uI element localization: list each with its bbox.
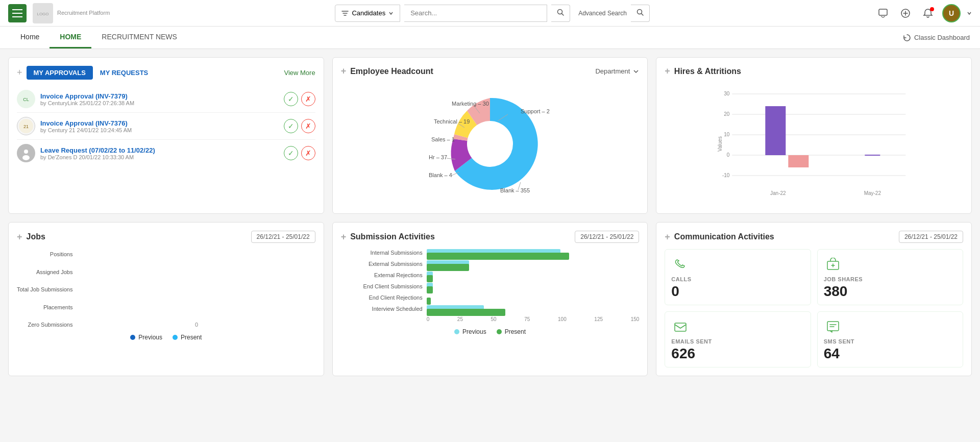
approvals-header: + MY APPROVALS MY REQUESTS View More: [17, 66, 315, 80]
jobs-title: + Jobs: [17, 232, 45, 242]
jobs-label-zero: Zero Submissions: [17, 322, 72, 328]
approvals-plus-icon: +: [17, 67, 22, 78]
search-input[interactable]: [404, 5, 547, 22]
bottom-cards-row: + Jobs 26/12/21 - 25/01/22 Positions Ass…: [8, 222, 972, 376]
svg-rect-46: [827, 322, 839, 331]
svg-point-13: [467, 121, 513, 167]
jobshares-icon: [824, 256, 842, 274]
svg-text:Hr – 37: Hr – 37: [429, 154, 447, 160]
hamburger-button[interactable]: [8, 4, 27, 22]
approval-title-3[interactable]: Leave Request (07/02/22 to 11/02/22): [40, 146, 279, 154]
calls-icon: [671, 256, 690, 274]
svg-text:30: 30: [724, 91, 730, 96]
communication-date-filter[interactable]: 26/12/21 - 25/01/22: [899, 231, 963, 243]
approval-item-2: 21 Invoice Approval (INV-7376) by Centur…: [17, 113, 315, 140]
user-avatar[interactable]: U: [942, 4, 961, 22]
sub-label-endclient-reject: End Client Rejections: [341, 294, 423, 301]
svg-text:Jan-22: Jan-22: [770, 190, 786, 196]
calls-label: CALLS: [671, 276, 691, 282]
jobs-legend-present: Present: [173, 334, 202, 341]
approval-info-1: Invoice Approval (INV-7379) by CenturyLi…: [40, 92, 279, 106]
approval-title-2[interactable]: Invoice Approval (INV-7376): [40, 119, 279, 127]
donut-chart: Support – 2 Marketing – 30 Technical – 1…: [419, 83, 561, 205]
hires-chart: 30 20 10 0 -10 Values: [665, 83, 963, 205]
tab-home[interactable]: HOME: [50, 27, 91, 48]
sub-label-endclient: End Client Submissions: [341, 283, 423, 289]
classic-dashboard-link[interactable]: Classic Dashboard: [903, 34, 970, 42]
submission-previous-dot: [454, 329, 459, 334]
jobs-chart: Positions Assigned Jobs Total Job Submis…: [17, 251, 315, 328]
chat-button[interactable]: [875, 5, 891, 21]
department-filter[interactable]: Department: [595, 67, 639, 75]
jobs-present-label: Present: [181, 334, 202, 341]
notification-button[interactable]: [920, 5, 936, 21]
approve-button-2[interactable]: ✓: [284, 119, 298, 133]
sub-x-25: 25: [457, 316, 463, 322]
sub-x-labels: 0 25 50 75 100 125 150: [427, 316, 640, 322]
tab-home-label[interactable]: Home: [10, 27, 50, 48]
my-requests-tab[interactable]: MY REQUESTS: [93, 66, 155, 80]
reject-button-3[interactable]: ✗: [301, 146, 315, 160]
communication-title: + Communication Activities: [665, 232, 774, 242]
approval-title-1[interactable]: Invoice Approval (INV-7379): [40, 92, 279, 100]
svg-text:Sales – 1: Sales – 1: [431, 136, 455, 142]
submission-previous-label: Previous: [462, 328, 486, 335]
submission-legend-previous: Previous: [454, 328, 486, 335]
sub-x-150: 150: [631, 316, 640, 322]
notification-dot: [930, 7, 934, 11]
main-content: + MY APPROVALS MY REQUESTS View More CL …: [0, 49, 980, 384]
jobs-bar-positions: [78, 251, 315, 258]
sms-value: 64: [824, 347, 840, 361]
filter-label: Candidates: [352, 9, 385, 17]
logo-text: Recruitment Platform: [57, 9, 110, 17]
jobs-bar-zero: [78, 304, 315, 311]
approval-actions-1: ✓ ✗: [284, 92, 315, 106]
advanced-search-link[interactable]: Advanced Search: [578, 10, 627, 17]
headcount-card: + Employee Headcount Department: [332, 57, 648, 214]
my-approvals-tab[interactable]: MY APPROVALS: [27, 66, 93, 80]
sub-bar-endclient-pres: [427, 286, 433, 293]
sub-bar-interview-pres: [427, 309, 505, 316]
sub-row-endclient: End Client Submissions: [341, 283, 640, 290]
jobs-date-filter[interactable]: 26/12/21 - 25/01/22: [251, 231, 315, 243]
reject-button-2[interactable]: ✗: [301, 119, 315, 133]
jobs-plus-icon: +: [17, 232, 22, 242]
svg-text:0: 0: [727, 152, 730, 158]
view-more-link[interactable]: View More: [284, 69, 315, 77]
advanced-search-icon-button[interactable]: [631, 5, 650, 22]
emails-value: 626: [671, 347, 695, 361]
jobs-bar-placements: [78, 291, 315, 298]
reject-button-1[interactable]: ✗: [301, 92, 315, 106]
sub-bar-external-pres: [427, 264, 469, 271]
submission-title: + Submission Activities: [341, 232, 435, 242]
svg-point-11: [24, 150, 28, 154]
submission-header: + Submission Activities 26/12/21 - 25/01…: [341, 231, 640, 243]
tab-recruitment-news[interactable]: RECRUITMENT NEWS: [91, 27, 187, 48]
svg-text:Marketing – 30: Marketing – 30: [452, 101, 489, 107]
headcount-title: + Employee Headcount: [341, 66, 433, 77]
comm-item-emails: EMAILS SENT 626: [665, 311, 811, 367]
hires-attritions-card: + Hires & Attritions 30 20 10 0 -10 Valu…: [656, 57, 972, 214]
approvals-card: + MY APPROVALS MY REQUESTS View More CL …: [8, 57, 324, 214]
search-button[interactable]: [551, 5, 570, 22]
donut-chart-container: Support – 2 Marketing – 30 Technical – 1…: [341, 83, 640, 205]
svg-text:21: 21: [23, 124, 29, 129]
filter-dropdown-button[interactable]: Candidates: [335, 5, 400, 22]
jobs-bars-area: 0: [78, 251, 315, 328]
tab-bar: Home HOME RECRUITMENT NEWS Classic Dashb…: [0, 27, 980, 49]
jobs-label-total: Total Job Submissions: [17, 286, 72, 292]
hires-svg-chart: 30 20 10 0 -10 Values: [665, 83, 963, 205]
svg-point-12: [22, 155, 30, 160]
approve-button-3[interactable]: ✓: [284, 146, 298, 160]
add-button[interactable]: [897, 5, 914, 21]
submission-legend: Previous Present: [341, 328, 640, 335]
approval-item-1: CL Invoice Approval (INV-7379) by Centur…: [17, 86, 315, 113]
approvals-tabs: MY APPROVALS MY REQUESTS: [27, 66, 156, 80]
submission-date-filter[interactable]: 26/12/21 - 25/01/22: [575, 231, 639, 243]
top-cards-row: + MY APPROVALS MY REQUESTS View More CL …: [8, 57, 972, 214]
logo-area: LOGO Recruitment Platform: [33, 3, 110, 23]
sub-x-100: 100: [558, 316, 567, 322]
svg-text:Blank – 4: Blank – 4: [429, 172, 452, 178]
approve-button-1[interactable]: ✓: [284, 92, 298, 106]
sub-bar-area-internal: [427, 249, 640, 256]
